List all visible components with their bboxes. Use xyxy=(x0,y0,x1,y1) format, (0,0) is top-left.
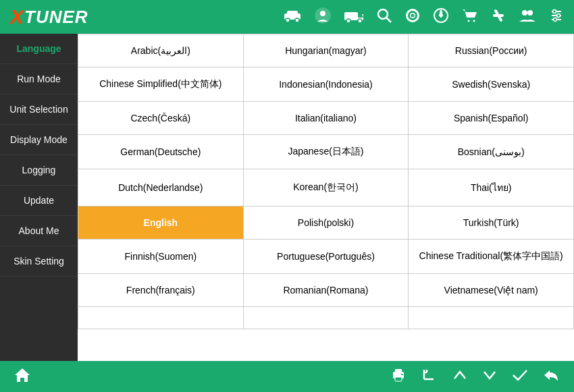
language-cell[interactable]: Swedish(Svenska) xyxy=(409,67,574,102)
sliders-icon[interactable] xyxy=(549,8,564,26)
svg-point-15 xyxy=(467,20,470,22)
language-cell[interactable]: Spanish(Español) xyxy=(409,102,574,135)
svg-point-8 xyxy=(346,19,350,23)
language-cell[interactable]: French(français) xyxy=(78,274,244,307)
home-icon[interactable] xyxy=(14,367,31,387)
sidebar: Language Run Mode Unit Selection Display… xyxy=(0,34,78,361)
wrench-icon[interactable] xyxy=(491,7,506,27)
svg-marker-27 xyxy=(15,368,30,382)
header-icons xyxy=(283,7,564,28)
svg-point-20 xyxy=(527,10,533,16)
logo-x: X xyxy=(10,5,24,28)
search-icon[interactable] xyxy=(376,7,392,27)
sidebar-item-run-mode[interactable]: Run Mode xyxy=(0,64,78,94)
language-cell[interactable]: Turkish(Türk) xyxy=(409,206,574,240)
sidebar-item-language[interactable]: Language xyxy=(0,34,78,64)
language-cell[interactable]: Russian(Poccии) xyxy=(409,34,574,67)
svg-point-16 xyxy=(473,20,475,22)
svg-marker-14 xyxy=(440,10,442,17)
back-icon[interactable] xyxy=(543,368,560,386)
chevron-up-icon[interactable] xyxy=(452,369,467,385)
people-icon[interactable] xyxy=(518,8,537,26)
language-cell[interactable] xyxy=(409,307,574,329)
svg-point-26 xyxy=(554,18,557,21)
language-cell[interactable]: Italian(italiano) xyxy=(243,102,409,135)
face-icon[interactable] xyxy=(314,7,332,28)
logo-tuner: TUNER xyxy=(24,7,88,28)
svg-point-12 xyxy=(411,13,415,17)
cart-icon[interactable] xyxy=(461,8,479,26)
app-container: XTUNER xyxy=(0,0,574,392)
svg-rect-30 xyxy=(395,377,402,381)
sidebar-item-about-me[interactable]: About Me xyxy=(0,216,78,246)
svg-rect-29 xyxy=(395,369,402,373)
gear-icon[interactable] xyxy=(405,7,421,27)
language-cell[interactable]: Portuguese(Português) xyxy=(243,240,409,274)
sidebar-item-unit-selection[interactable]: Unit Selection xyxy=(0,94,78,125)
footer-left xyxy=(14,367,31,387)
svg-rect-1 xyxy=(287,11,298,16)
svg-point-3 xyxy=(295,18,299,22)
language-cell[interactable]: Chinese Simplified(中文简体) xyxy=(78,67,244,102)
car-icon[interactable] xyxy=(283,9,302,26)
print-icon[interactable] xyxy=(390,368,407,386)
language-cell[interactable]: Indonesian(Indonesia) xyxy=(243,67,409,102)
svg-point-2 xyxy=(286,18,290,22)
svg-rect-18 xyxy=(493,14,504,17)
chevron-down-icon[interactable] xyxy=(482,369,497,385)
language-cell[interactable]: German(Deutsche) xyxy=(78,135,244,169)
footer-right xyxy=(390,367,560,387)
svg-rect-6 xyxy=(344,12,358,20)
language-table: Arabic(العربية)Hungarian(magyar)Russian(… xyxy=(78,34,574,329)
header: XTUNER xyxy=(0,0,574,34)
truck-icon[interactable] xyxy=(344,8,364,26)
compass-icon[interactable] xyxy=(433,7,449,27)
language-cell[interactable]: Vietnamese(Việt nam) xyxy=(409,274,574,307)
sidebar-item-skin-setting[interactable]: Skin Setting xyxy=(0,246,78,277)
svg-point-25 xyxy=(557,13,560,17)
footer xyxy=(0,361,574,392)
svg-rect-31 xyxy=(401,374,403,375)
sidebar-item-display-mode[interactable]: Display Mode xyxy=(0,125,78,155)
language-grid-container: Arabic(العربية)Hungarian(magyar)Russian(… xyxy=(78,34,574,361)
sidebar-item-update[interactable]: Update xyxy=(0,186,78,216)
language-cell[interactable]: Bosnian(بوسنی) xyxy=(409,135,574,169)
language-cell[interactable]: Czech(Česká) xyxy=(78,102,244,135)
svg-point-5 xyxy=(320,11,325,16)
language-cell[interactable]: Korean(한국어) xyxy=(243,169,409,206)
svg-point-24 xyxy=(553,9,556,13)
svg-point-10 xyxy=(378,9,388,19)
language-cell[interactable]: Arabic(العربية) xyxy=(78,34,244,67)
logo: XTUNER xyxy=(10,5,88,28)
language-cell[interactable]: Dutch(Nederlandse) xyxy=(78,169,244,206)
check-icon[interactable] xyxy=(512,368,528,385)
language-cell[interactable]: Polish(polski) xyxy=(243,206,409,240)
language-cell[interactable]: Romanian(Romana) xyxy=(243,274,409,307)
main-content: Language Run Mode Unit Selection Display… xyxy=(0,34,574,361)
language-cell[interactable]: Thai(ไทย) xyxy=(409,169,574,206)
language-cell[interactable]: English xyxy=(78,206,244,240)
language-cell[interactable]: Finnish(Suomen) xyxy=(78,240,244,274)
language-cell[interactable]: Japanese(日本語) xyxy=(243,135,409,169)
language-cell[interactable]: Chinese Traditional(繁体字中国語) xyxy=(409,240,574,274)
svg-point-19 xyxy=(522,10,527,16)
crop-icon[interactable] xyxy=(421,367,438,387)
sidebar-item-logging[interactable]: Logging xyxy=(0,155,78,186)
svg-point-9 xyxy=(358,19,362,23)
language-cell[interactable] xyxy=(78,307,244,329)
svg-line-11 xyxy=(386,18,391,22)
language-cell[interactable]: Hungarian(magyar) xyxy=(243,34,409,67)
language-cell[interactable] xyxy=(243,307,409,329)
